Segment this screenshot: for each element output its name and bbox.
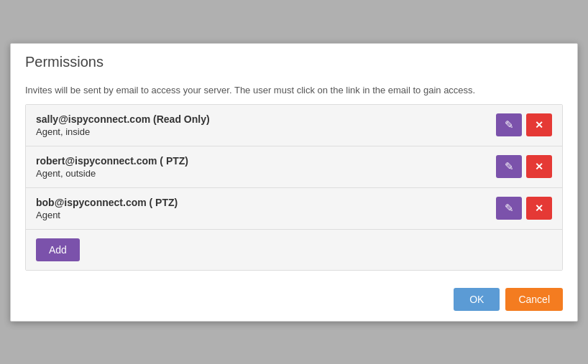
permission-role: Agent, inside [36,126,210,137]
edit-button[interactable]: ✎ [496,113,522,136]
permission-actions: ✎ ✕ [496,113,552,136]
edit-icon: ✎ [505,160,514,173]
permission-email: robert@ispyconnect.com ( PTZ) [36,155,188,167]
permission-actions: ✎ ✕ [496,197,552,220]
permission-email: sally@ispyconnect.com (Read Only) [36,113,210,125]
permission-actions: ✎ ✕ [496,155,552,178]
edit-button[interactable]: ✎ [496,155,522,178]
table-row: sally@ispyconnect.com (Read Only) Agent,… [26,105,562,146]
edit-button[interactable]: ✎ [496,197,522,220]
dialog-footer: OK Cancel [11,278,577,321]
dialog-title: Permissions [25,54,563,70]
table-row: bob@ispyconnect.com ( PTZ) Agent ✎ ✕ [26,188,562,230]
dialog-body: Invites will be sent by email to access … [11,78,577,278]
delete-button[interactable]: ✕ [526,155,552,178]
add-row: Add [26,230,562,270]
table-row: robert@ispyconnect.com ( PTZ) Agent, out… [26,146,562,188]
permission-role: Agent [36,210,178,220]
info-text: Invites will be sent by email to access … [25,85,563,95]
close-icon: ✕ [535,202,543,214]
ok-button[interactable]: OK [454,288,500,311]
edit-icon: ✎ [505,202,514,215]
dialog-header: Permissions [11,44,577,78]
edit-icon: ✎ [505,118,514,131]
permission-info: robert@ispyconnect.com ( PTZ) Agent, out… [36,155,188,179]
delete-button[interactable]: ✕ [526,113,552,136]
permission-info: bob@ispyconnect.com ( PTZ) Agent [36,197,178,220]
permission-role: Agent, outside [36,168,188,179]
cancel-button[interactable]: Cancel [505,288,563,311]
close-icon: ✕ [535,119,543,131]
permission-info: sally@ispyconnect.com (Read Only) Agent,… [36,113,210,137]
permission-email: bob@ispyconnect.com ( PTZ) [36,197,178,208]
close-icon: ✕ [535,161,543,172]
add-button[interactable]: Add [36,238,80,261]
delete-button[interactable]: ✕ [526,197,552,220]
permissions-dialog: Permissions Invites will be sent by emai… [10,43,578,322]
permissions-table: sally@ispyconnect.com (Read Only) Agent,… [25,104,563,271]
